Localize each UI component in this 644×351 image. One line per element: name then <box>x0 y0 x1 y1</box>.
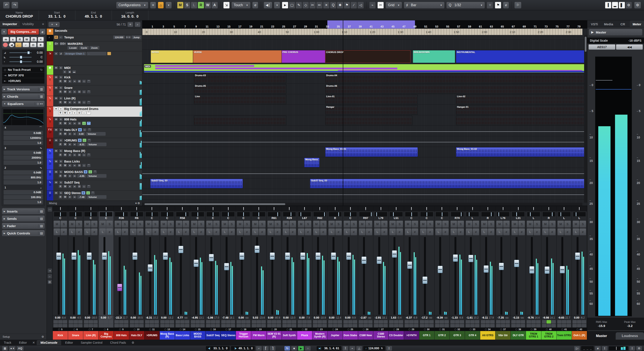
mute-button[interactable]: M <box>405 221 411 228</box>
mute-button[interactable]: M <box>115 221 121 228</box>
edit-icon[interactable]: e <box>595 346 601 350</box>
channel-state-icon[interactable] <box>454 328 456 330</box>
snap-icon[interactable]: ✂ <box>378 2 384 8</box>
channel-state-icon[interactable] <box>378 328 380 330</box>
listen-button[interactable]: L <box>435 228 442 235</box>
solo-button[interactable]: S <box>473 221 479 228</box>
mixer-channel-strip[interactable]: CMSLe0.00-oo18Trigger Horizon <box>236 206 251 340</box>
listen-button[interactable]: L <box>374 228 380 235</box>
lane-moogbassr-lane[interactable]: Moog Bass_01-01Moog Bass_01-02 <box>142 147 587 157</box>
mute-button[interactable]: M <box>100 221 106 228</box>
audiowarp-quantize-icon[interactable]: ⚑ <box>495 2 501 8</box>
eq-q-field[interactable]: 1.0 <box>4 180 43 184</box>
pan-slider[interactable] <box>329 212 341 216</box>
mixer-channel-strip[interactable]: CMSLe-4.9513.115MOOG BASS <box>190 206 206 340</box>
mixer-channel-strip[interactable]: R36MSLe-22.322.79808 Hats <box>114 206 129 340</box>
channel-name[interactable]: Vibr Gtr <box>496 331 510 340</box>
mixer-channel-strip[interactable]: CMSLe0.00-8.45Kick <box>53 206 68 340</box>
solo-button[interactable]: S <box>366 221 372 228</box>
edit-channel-button[interactable]: e <box>396 228 403 235</box>
aes17-button[interactable]: AES17 <box>588 44 615 50</box>
edit-channel-button[interactable]: e <box>549 228 556 235</box>
channel-name[interactable]: Hats DLY <box>129 331 144 340</box>
playhead[interactable] <box>343 20 343 206</box>
fader-value[interactable]: -9.39 <box>436 316 443 319</box>
listen-button[interactable]: L <box>145 228 152 235</box>
read-button[interactable]: R <box>58 184 62 188</box>
autoscroll-icon[interactable]: ⇲ <box>223 2 230 8</box>
info-end[interactable]: End 49. 1. 1. 0 <box>75 10 112 20</box>
close-icon[interactable]: ✕ <box>31 340 37 345</box>
freeze-icon[interactable]: ⊞ <box>31 37 37 42</box>
channel-state-icon[interactable] <box>332 328 334 330</box>
read-button[interactable]: R <box>58 111 62 115</box>
routing-icon[interactable]: ⊟ <box>77 153 81 157</box>
mute-button[interactable]: M <box>359 221 365 228</box>
mixer-channel-strip[interactable]: L67MSLe0.00-7.922Pluck <box>297 206 312 340</box>
gear-icon[interactable]: ⚙ <box>636 346 642 350</box>
pan-slider[interactable] <box>543 212 555 216</box>
edit-channel-button[interactable]: e <box>244 228 250 235</box>
pan-slider[interactable] <box>573 212 586 216</box>
channel-state-icon[interactable] <box>89 328 90 330</box>
solo-button[interactable]: S <box>106 221 113 228</box>
listen-button[interactable]: L <box>542 228 549 235</box>
markers-locate-button[interactable]: Locate <box>68 46 78 50</box>
pan-slider[interactable] <box>161 212 174 216</box>
edit-channel-button[interactable]: e <box>580 228 586 235</box>
edit-icon[interactable]: e <box>54 52 58 56</box>
pan-slider[interactable] <box>10 57 32 58</box>
read-button[interactable]: R <box>58 132 62 136</box>
track-row[interactable]: ∿5msKickRWe∞⊟◇⌒ <box>47 75 142 86</box>
channel-state-icon[interactable] <box>561 328 563 330</box>
fader-handle[interactable] <box>422 276 428 284</box>
tool-icon-1[interactable]: ▢ <box>289 2 295 8</box>
solo-button[interactable]: S <box>290 221 296 228</box>
hamburger-icon[interactable]: ≡ <box>40 21 46 27</box>
grid-type-dropdown[interactable]: ♯ Bar▼ <box>404 2 444 8</box>
tool-icon-4[interactable]: ✂ <box>309 2 316 8</box>
position-display[interactable]: ▶▏36. 1. 4. 61 <box>317 346 341 350</box>
fader-handle[interactable] <box>117 284 122 291</box>
routing-icon[interactable]: ⊟ <box>77 164 81 167</box>
horizontal-scrollbar[interactable] <box>142 203 582 206</box>
fader-handle[interactable] <box>132 252 138 260</box>
edit-channel-button[interactable]: e <box>76 228 82 235</box>
channel-name[interactable]: SEM V2 01 (R) <box>266 331 282 340</box>
fader-value[interactable]: 0.00 <box>283 316 288 319</box>
input-routing-row[interactable]: ⇥MOTIF XF8 <box>2 72 44 78</box>
channel-name[interactable]: Jupiter <box>328 331 342 340</box>
section-equalizers[interactable]: ▼Equalizers◇ ⊷ <box>2 100 45 107</box>
edit-channel-button[interactable]: e <box>381 228 388 235</box>
tab-cr[interactable]: CR <box>616 22 630 26</box>
lane-drumsgroup-lane[interactable] <box>142 136 587 147</box>
fader-handle[interactable] <box>56 252 61 260</box>
stop-button[interactable]: ■ <box>291 346 297 350</box>
right-zone-toggle-icon[interactable]: ▐▏ <box>619 2 625 8</box>
fader-handle[interactable] <box>209 254 214 261</box>
audio-event[interactable]: Linn-02 <box>456 95 585 104</box>
fader-value[interactable]: 4.77 <box>178 316 183 319</box>
mute-button[interactable]: M <box>344 221 350 228</box>
pan-slider[interactable] <box>527 212 540 216</box>
mute-button[interactable]: m <box>54 160 58 163</box>
solo-button[interactable]: S <box>122 221 128 228</box>
master-header[interactable]: ▶Master <box>589 29 642 36</box>
fader-value[interactable]: 0.00 <box>329 316 334 319</box>
fader-handle[interactable] <box>362 256 366 264</box>
tab-sampler-control[interactable]: Sampler Control <box>77 340 106 345</box>
mute-button[interactable]: m <box>54 118 58 121</box>
read-button[interactable]: R <box>58 142 62 146</box>
fader-handle[interactable] <box>484 265 488 273</box>
audio-event[interactable]: Sub37 Seq_03 <box>310 179 585 188</box>
insert-state-icon[interactable]: ∞ <box>72 90 77 94</box>
solo-button[interactable]: s <box>59 180 63 184</box>
mute-button[interactable]: M <box>435 221 442 228</box>
mute-button[interactable]: m <box>54 170 58 174</box>
solo-button[interactable]: s <box>59 170 63 174</box>
read-button[interactable]: R <box>58 100 62 104</box>
mute-button[interactable]: M <box>512 221 518 228</box>
read-button[interactable]: R <box>58 122 62 125</box>
read-button[interactable]: R <box>58 90 62 94</box>
edit-channel-button[interactable]: e <box>488 228 494 235</box>
